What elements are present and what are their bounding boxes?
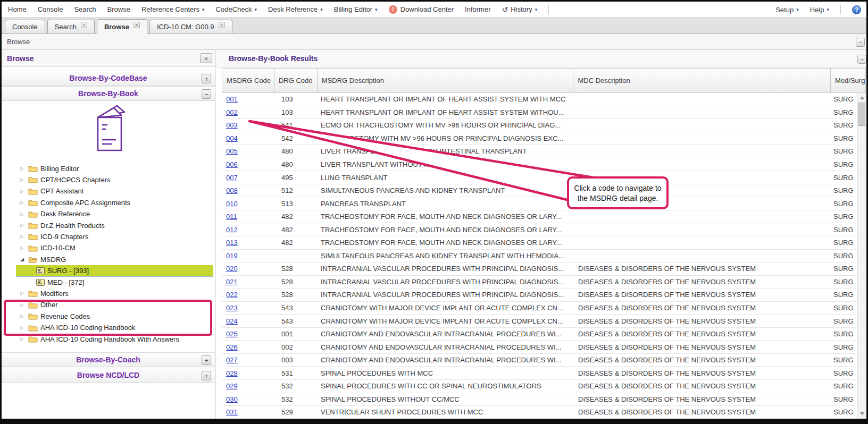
tree-item-msdrg[interactable]: ◢MSDRG [2,253,213,265]
msdrg-code-link[interactable]: 022 [226,291,238,299]
expand-arrow-icon[interactable]: ▷ [19,234,25,239]
expand-arrow-icon[interactable]: ▷ [19,223,25,228]
expand-arrow-icon[interactable]: ▷ [19,245,25,251]
help-icon[interactable]: ? [852,5,861,14]
tree-item-cpt-assistant[interactable]: ▷CPT Assistant [2,185,213,197]
tree-item-icd-9-chapters[interactable]: ▷ICD-9 Chapters [2,231,213,242]
expand-arrow-icon[interactable]: ▷ [19,189,25,194]
msdrg-code-link[interactable]: 031 [226,408,238,416]
column-header-drg-code[interactable]: DRG Code [274,69,318,92]
expand-arrow-icon[interactable]: ▷ [19,166,25,171]
tab-icd-10-cm-g00-9[interactable]: ICD-10 CM: G00.9× [149,20,232,33]
tree-item-revenue-codes[interactable]: ▷Revenue Codes [2,310,213,322]
close-icon[interactable]: × [81,22,87,28]
scrollbar-up-arrow[interactable] [858,94,866,102]
tree-item-aha-icd-10-coding-handbook[interactable]: ▷AHA ICD-10 Coding Handbook [2,322,213,334]
column-header-msdrg-description[interactable]: MSDRG Description [318,69,574,92]
msdrg-code-link[interactable]: 002 [226,108,238,116]
section-browse-by-codebase[interactable]: Browse-By-CodeBase+ [2,71,215,86]
expand-arrow-icon[interactable]: ▷ [19,336,25,342]
msdrg-code-link[interactable]: 007 [226,174,238,182]
msdrg-code-link[interactable]: 004 [226,134,238,142]
minimize-browse-region-button[interactable]: − [856,38,865,47]
expand-arrow-icon[interactable]: ▷ [19,302,25,308]
scrollbar-thumb[interactable] [858,103,865,126]
tree-item-modifiers[interactable]: ▷Modifiers [2,287,213,299]
expand-arrow-icon[interactable]: ▷ [19,313,25,319]
menu-item-help[interactable]: Help▾ [810,6,829,14]
section-toggle-button[interactable]: + [202,371,211,380]
msdrg-code-link[interactable]: 012 [226,226,238,234]
collapse-sidebar-button[interactable]: « [200,53,212,63]
tree-item-cpt-hcpcs-chapters[interactable]: ▷CPT/HCPCS Chapters [2,174,213,185]
menu-item-history[interactable]: ↺History▾ [502,5,537,14]
msdrg-code-link[interactable]: 019 [226,252,238,260]
menu-item-setup[interactable]: Setup▾ [775,6,799,14]
section-browse-by-coach[interactable]: Browse-By-Coach+ [2,352,215,367]
msdrg-code-link[interactable]: 011 [226,213,237,221]
menu-item-billing-editor[interactable]: Billing Editor▾ [334,5,378,13]
tab-search[interactable]: Search× [47,20,95,33]
expand-arrow-icon[interactable]: ▷ [19,200,25,205]
scrollbar-down-arrow[interactable] [858,410,866,418]
tree-item-surg-393[interactable]: SURG - [393] [16,265,213,277]
msdrg-code-link[interactable]: 028 [226,369,238,377]
tree-item-label: CPT Assistant [40,187,84,195]
tree-item-dr-z-health-products[interactable]: ▷Dr.Z Health Products [2,219,213,231]
msdrg-code-link[interactable]: 023 [226,304,238,312]
msdrg-code-link[interactable]: 025 [226,330,238,338]
menu-item-reference-centers[interactable]: Reference Centers▾ [141,5,205,13]
msdrg-code-link[interactable]: 027 [226,356,238,364]
msdrg-code-link[interactable]: 010 [226,200,238,208]
column-header-msdrg-code[interactable]: MSDRG Code [222,69,274,92]
msdrg-code-link[interactable]: 006 [226,160,238,168]
expand-arrow-icon[interactable]: ▷ [19,325,25,330]
menu-item-informer[interactable]: Informer [465,5,490,13]
msdrg-code-link[interactable]: 003 [226,121,238,129]
msdrg-code-link[interactable]: 013 [226,239,238,247]
tree-item-icd-10-cm[interactable]: ▷ICD-10-CM [2,242,213,254]
close-icon[interactable]: × [133,22,140,28]
tree-item-billing-editor[interactable]: ▷Billing Editor [2,163,213,174]
tree-item-other[interactable]: ▷Other [2,299,213,311]
collapse-arrow-icon[interactable]: ◢ [19,257,25,262]
section-browse-ncd-lcd[interactable]: Browse NCD/LCD+ [2,368,215,383]
tab-browse[interactable]: Browse× [97,19,147,34]
med-surg-cell: SURG [831,160,857,168]
msdrg-code-link[interactable]: 001 [226,95,238,103]
menu-item-home[interactable]: Home [8,5,27,13]
menu-item-desk-reference[interactable]: Desk Reference▾ [268,5,323,13]
expand-arrow-icon[interactable]: ▷ [19,177,25,182]
menu-item-browse[interactable]: Browse [107,5,130,13]
section-toggle-button[interactable]: − [202,89,211,99]
msdrg-code-link[interactable]: 021 [226,278,238,286]
drg-code-cell: 532 [274,395,318,403]
tree-item-desk-reference[interactable]: ▷Desk Reference [2,208,213,220]
menu-item-console[interactable]: Console [38,5,63,13]
msdrg-code-link[interactable]: 029 [226,382,238,390]
msdrg-code-link[interactable]: 030 [226,395,238,403]
msdrg-code-link[interactable]: 005 [226,147,238,155]
expand-arrow-icon[interactable]: ▷ [19,211,25,217]
tree-item-aha-icd-10-coding-handbook-with-answers[interactable]: ▷AHA ICD-10 Coding Handbook With Answers [2,333,213,345]
column-header-med-surg[interactable]: Med/Surg [831,69,865,92]
msdrg-code-link[interactable]: 008 [226,186,238,194]
msdrg-code-link[interactable]: 024 [226,317,238,325]
menu-item-download-center[interactable]: !Download Center [389,5,454,14]
menu-item-search[interactable]: Search [74,5,96,13]
expand-arrow-icon[interactable]: ▷ [19,291,25,296]
column-header-mdc-description[interactable]: MDC Description [573,69,831,92]
msdrg-code-link[interactable]: 020 [226,265,238,273]
tab-console[interactable]: Console [5,20,45,33]
menu-item-codecheck[interactable]: CodeCheck▾ [216,5,257,13]
section-browse-by-book[interactable]: Browse-By-Book− [2,86,215,101]
minimize-results-button[interactable]: − [857,55,866,64]
close-icon[interactable]: × [219,22,225,28]
section-toggle-button[interactable]: + [202,74,211,83]
folder-icon [28,188,38,195]
msdrg-code-link[interactable]: 026 [226,343,238,351]
tree-item-composite-apc-assignments[interactable]: ▷Composite APC Assignments [2,197,213,208]
vertical-scrollbar[interactable] [857,93,866,419]
tree-item-med-372[interactable]: MED - [372] [2,276,213,288]
section-toggle-button[interactable]: + [202,355,211,365]
